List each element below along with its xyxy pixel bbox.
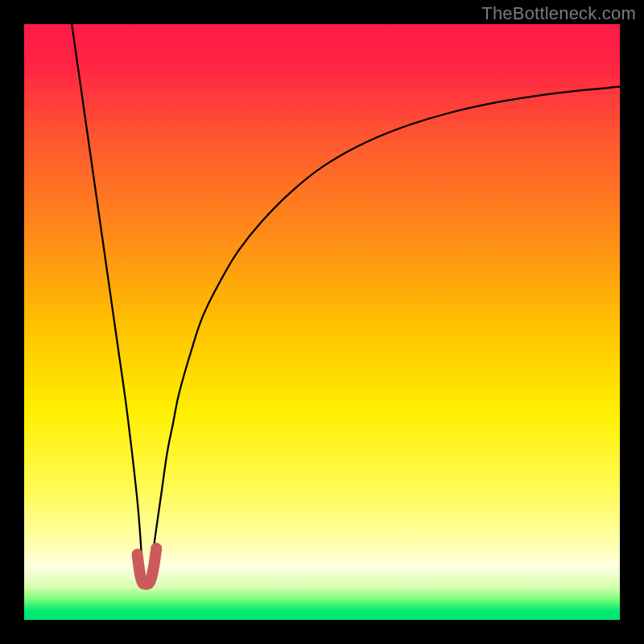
watermark-text: TheBottleneck.com [481, 3, 636, 24]
chart-frame: TheBottleneck.com [0, 0, 644, 644]
plot-svg [24, 24, 620, 620]
plot-area [24, 24, 620, 620]
